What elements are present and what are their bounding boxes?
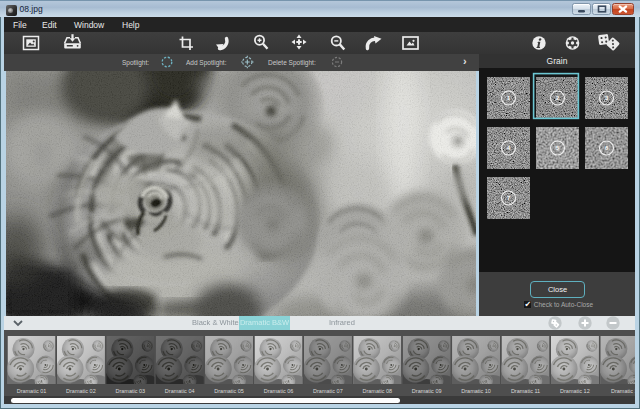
svg-text:Dramatic 09: Dramatic 09 [412,388,442,394]
svg-text:Dramatic 02: Dramatic 02 [66,388,96,394]
svg-text:Dramatic 04: Dramatic 04 [165,388,195,394]
svg-text:Dramatic 12: Dramatic 12 [560,388,590,394]
svg-text:Dramatic 10: Dramatic 10 [461,388,491,394]
svg-text:Dramatic 06: Dramatic 06 [264,388,294,394]
svg-text:Dramatic 05: Dramatic 05 [214,388,244,394]
svg-text:Dramatic 03: Dramatic 03 [115,388,145,394]
svg-text:7: 7 [507,195,510,201]
svg-text:Dramatic 07: Dramatic 07 [313,388,343,394]
svg-text:2: 2 [556,95,559,101]
svg-text:Dramatic 11: Dramatic 11 [511,388,540,394]
svg-text:Dramatic 08: Dramatic 08 [362,388,392,394]
svg-text:Dramatic 1: Dramatic 1 [611,388,635,394]
svg-text:Dramatic 01: Dramatic 01 [17,388,47,394]
